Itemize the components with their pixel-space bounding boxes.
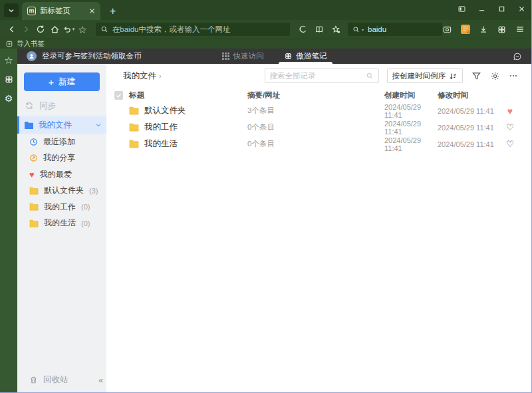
title-bar: m 新标签页 + bbox=[0, 0, 531, 20]
favorite-heart-button[interactable]: ♡ bbox=[498, 140, 522, 149]
skins-icon[interactable] bbox=[497, 25, 507, 35]
more-button[interactable] bbox=[509, 71, 518, 80]
read-aloud-icon[interactable] bbox=[298, 25, 307, 34]
favorite-heart-button[interactable]: ♥ bbox=[498, 106, 522, 116]
avatar[interactable] bbox=[27, 51, 37, 61]
sidebar-item-shares[interactable]: 我的分享 bbox=[17, 150, 106, 167]
split-screen-button[interactable] bbox=[452, 0, 471, 17]
address-bar-tools bbox=[298, 25, 341, 35]
favorites-rail-icon[interactable]: ☆ bbox=[3, 55, 14, 65]
table-row[interactable]: 默认文件夹 3个条目 2024/05/29 11:41 2024/05/29 1… bbox=[106, 102, 531, 119]
row-created: 2024/05/29 11:41 bbox=[384, 120, 438, 136]
forward-button[interactable] bbox=[19, 23, 32, 36]
breadcrumb-arrow: › bbox=[159, 72, 162, 80]
toolbar-icons bbox=[442, 25, 525, 35]
notes-sidebar: + 新建 同步 我的文件 bbox=[17, 64, 106, 392]
row-created: 2024/05/29 11:41 bbox=[384, 136, 438, 152]
table-row[interactable]: 我的生活 0个条目 2024/05/29 11:41 2024/05/29 11… bbox=[106, 136, 531, 152]
refresh-button[interactable] bbox=[34, 23, 47, 36]
row-title[interactable]: 我的工作 bbox=[144, 122, 178, 133]
sidebar-item-my-files[interactable]: 我的文件 bbox=[17, 116, 106, 134]
undo-icon bbox=[63, 25, 72, 34]
heart-icon: ♥ bbox=[29, 170, 35, 179]
folder-icon bbox=[129, 106, 139, 115]
sort-desc-icon bbox=[449, 72, 458, 80]
sidebar-item-life-folder[interactable]: 我的生活 (0) bbox=[17, 215, 106, 232]
import-bookmarks-label[interactable]: 导入书签 bbox=[17, 39, 45, 49]
notes-rail-icon[interactable] bbox=[3, 74, 14, 84]
view-settings-button[interactable] bbox=[490, 71, 500, 81]
home-button[interactable] bbox=[48, 23, 61, 36]
new-tab-button[interactable]: + bbox=[110, 7, 116, 16]
folder-icon bbox=[29, 187, 39, 195]
column-summary[interactable]: 摘要/网址 bbox=[247, 90, 384, 100]
table-row[interactable]: 我的工作 0个条目 2024/05/29 11:41 2024/05/29 11… bbox=[106, 119, 531, 136]
minimize-button[interactable] bbox=[471, 0, 491, 17]
tab-title: 新标签页 bbox=[40, 6, 85, 16]
tab-list-button[interactable] bbox=[4, 3, 19, 17]
bookmark-star-settings-icon[interactable] bbox=[331, 25, 341, 35]
trash-label: 回收站 bbox=[43, 374, 68, 386]
records-search-input[interactable] bbox=[270, 72, 366, 80]
search-icon bbox=[366, 72, 374, 80]
active-tab-indicator bbox=[279, 62, 332, 64]
back-button[interactable] bbox=[5, 23, 18, 36]
maximize-button[interactable] bbox=[491, 0, 511, 17]
close-window-button[interactable] bbox=[511, 0, 531, 17]
sidebar-item-label: 默认文件夹 bbox=[44, 185, 84, 196]
column-title[interactable]: 标题 bbox=[129, 90, 247, 100]
trash-button[interactable]: 回收站 bbox=[17, 372, 68, 387]
settings-rail-icon[interactable]: ⚙ bbox=[3, 93, 14, 104]
sync-button[interactable]: 同步 bbox=[17, 98, 106, 113]
favorite-page-button[interactable]: ☆ bbox=[76, 23, 88, 36]
tab-quick-access[interactable]: 快速访问 bbox=[222, 49, 264, 64]
tab-notes[interactable]: 傲游笔记 bbox=[284, 49, 327, 64]
sidebar-item-label: 最近添加 bbox=[43, 136, 75, 148]
row-title[interactable]: 我的生活 bbox=[144, 138, 178, 150]
collapse-sidebar-button[interactable]: « bbox=[98, 376, 103, 384]
search-input[interactable] bbox=[368, 25, 438, 33]
reading-mode-icon[interactable] bbox=[315, 25, 324, 34]
sort-button[interactable]: 按创建时间倒序 bbox=[387, 68, 464, 83]
row-title[interactable]: 默认文件夹 bbox=[144, 105, 186, 116]
download-icon[interactable] bbox=[479, 25, 488, 34]
filter-button[interactable] bbox=[471, 71, 481, 81]
column-modified[interactable]: 修改时间 bbox=[438, 90, 498, 100]
records-search[interactable] bbox=[265, 68, 379, 83]
sidebar-item-work-folder[interactable]: 我的工作 (0) bbox=[17, 199, 106, 215]
undo-button[interactable]: ▾ bbox=[63, 25, 75, 34]
sidebar-item-favorites[interactable]: ♥ 我的最爱 bbox=[17, 166, 106, 183]
address-bar[interactable] bbox=[96, 23, 290, 36]
share-icon bbox=[29, 154, 38, 162]
browser-window: m 新标签页 + bbox=[0, 0, 532, 393]
my-files-label: 我的文件 bbox=[39, 120, 72, 131]
breadcrumb[interactable]: 我的文件 › bbox=[123, 70, 162, 82]
folder-icon bbox=[29, 203, 39, 211]
screenshot-icon[interactable] bbox=[442, 25, 452, 35]
sync-icon bbox=[25, 101, 34, 110]
column-created[interactable]: 创建时间 bbox=[384, 90, 438, 100]
chevron-down-icon bbox=[8, 7, 15, 14]
undo-dropdown-caret[interactable]: ▾ bbox=[72, 27, 75, 32]
folder-icon bbox=[129, 140, 139, 148]
favorite-heart-button[interactable]: ♡ bbox=[498, 123, 522, 132]
sidebar-item-recent[interactable]: 最近添加 bbox=[17, 134, 106, 150]
window-controls bbox=[452, 0, 531, 17]
sidebar-item-label: 我的分享 bbox=[43, 152, 75, 164]
menu-icon[interactable] bbox=[515, 25, 525, 34]
new-note-button[interactable]: + 新建 bbox=[24, 72, 100, 91]
browser-tab[interactable]: m 新标签页 bbox=[22, 2, 100, 20]
sidebar-item-label: 我的生活 bbox=[44, 217, 76, 229]
notes-content: 我的文件 › 按创建时间倒序 bbox=[106, 64, 531, 392]
search-engine-caret[interactable]: ▾ bbox=[362, 27, 364, 32]
tab-close-icon[interactable] bbox=[89, 8, 95, 14]
chevron-down-icon[interactable] bbox=[95, 122, 102, 128]
search-box[interactable]: ▾ bbox=[348, 23, 442, 36]
close-icon bbox=[518, 5, 525, 13]
feedback-icon[interactable] bbox=[513, 52, 522, 61]
login-banner[interactable]: 登录可参与签到活动领取金币 bbox=[42, 51, 142, 61]
address-input[interactable] bbox=[112, 25, 285, 33]
select-all-checkbox[interactable] bbox=[114, 91, 123, 100]
sidebar-item-default-folder[interactable]: 默认文件夹 (3) bbox=[17, 183, 106, 199]
notes-icon[interactable] bbox=[461, 25, 470, 34]
